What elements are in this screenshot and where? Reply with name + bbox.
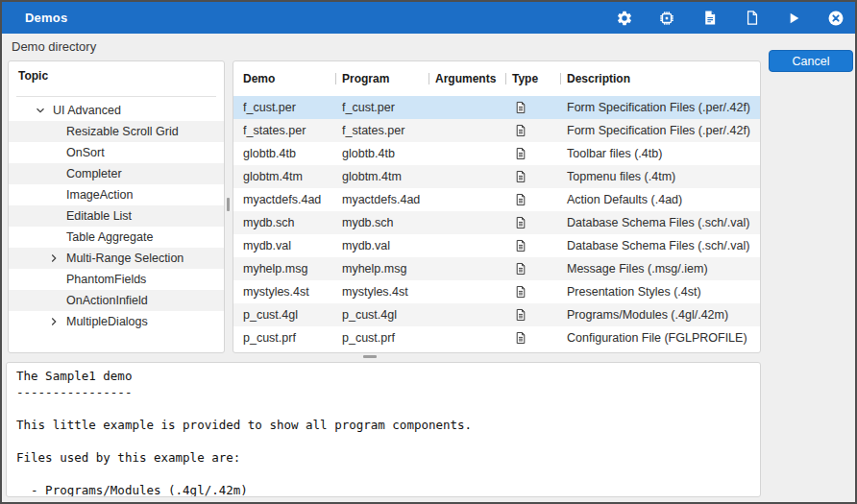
tree-item-table-aggregate[interactable]: Table Aggregate bbox=[9, 227, 224, 248]
file-text-icon bbox=[512, 124, 567, 137]
tree-item-editable-list[interactable]: Editable List bbox=[9, 205, 224, 227]
cell-program: p_cust.prf bbox=[342, 331, 435, 345]
file-blank-icon bbox=[744, 10, 760, 26]
tree-item-label: ImageAction bbox=[66, 188, 133, 202]
file-text-icon bbox=[512, 216, 567, 229]
file-text-icon bbox=[512, 331, 567, 345]
file-text-icon bbox=[701, 10, 718, 26]
tree-item-completer[interactable]: Completer bbox=[9, 163, 224, 184]
close-icon bbox=[826, 9, 845, 28]
cell-demo: p_cust.prf bbox=[243, 331, 342, 345]
tree-item-multipledialogs[interactable]: MultipleDialogs bbox=[9, 311, 224, 332]
tree-item-label: MultipleDialogs bbox=[66, 315, 148, 328]
table-row[interactable]: p_cust.prf p_cust.prf Configuration File… bbox=[233, 326, 760, 349]
cell-demo: mydb.val bbox=[243, 239, 342, 252]
chevron-right-icon[interactable] bbox=[47, 315, 61, 328]
cell-demo: globtb.4tb bbox=[243, 147, 342, 160]
table-row[interactable]: mydb.sch mydb.sch Database Schema Files … bbox=[233, 211, 760, 234]
tree-item-resizable-scroll-grid[interactable]: Resizable Scroll Grid bbox=[9, 121, 224, 142]
tree-item-label: Resizable Scroll Grid bbox=[66, 125, 179, 138]
demo-description-text: The Sample1 demo ---------------- This l… bbox=[7, 363, 760, 496]
tree-item-ui-advanced[interactable]: UI Advanced bbox=[9, 100, 224, 121]
tree-item-label: Editable List bbox=[66, 209, 132, 223]
tree-item-onactioninfield[interactable]: OnActionInfield bbox=[9, 290, 224, 311]
new-file-button[interactable] bbox=[742, 9, 761, 28]
debug-button[interactable] bbox=[657, 9, 676, 28]
cell-program: globtb.4tb bbox=[342, 147, 435, 160]
window-title: Demos bbox=[2, 11, 67, 25]
cell-description: Database Schema Files (.sch/.val) bbox=[567, 216, 760, 229]
cell-program: mydb.sch bbox=[342, 216, 435, 229]
column-header-demo[interactable]: Demo bbox=[243, 72, 342, 85]
tree-item-label: OnActionInfield bbox=[66, 294, 148, 307]
cell-program: f_states.per bbox=[342, 124, 435, 137]
file-text-icon bbox=[512, 239, 567, 252]
cell-demo: f_cust.per bbox=[243, 101, 342, 114]
tree-item-imageaction[interactable]: ImageAction bbox=[9, 184, 224, 205]
table-row[interactable]: globtm.4tm globtm.4tm Topmenu files (.4t… bbox=[233, 165, 760, 188]
cell-description: Configuration File (FGLPROFILE) bbox=[567, 331, 760, 345]
table-row[interactable]: p_cust.4gl p_cust.4gl Programs/Modules (… bbox=[233, 303, 760, 326]
tree-item-multi-range-selection[interactable]: Multi-Range Selection bbox=[9, 248, 224, 269]
topic-tree: UI Advanced Resizable Scroll Grid OnSort… bbox=[9, 100, 224, 332]
table-row[interactable]: myhelp.msg myhelp.msg Message Files (.ms… bbox=[233, 257, 760, 280]
file-text-icon bbox=[512, 170, 567, 183]
table-row[interactable]: f_cust.per f_cust.per Form Specification… bbox=[233, 96, 760, 119]
close-button[interactable] bbox=[826, 9, 845, 28]
tree-item-label: UI Advanced bbox=[53, 104, 121, 117]
details-panel[interactable]: The Sample1 demo ---------------- This l… bbox=[6, 362, 761, 497]
table-row[interactable]: f_states.per f_states.per Form Specifica… bbox=[233, 119, 760, 142]
cell-description: Form Specification Files (.per/.42f) bbox=[567, 101, 760, 114]
cell-demo: myhelp.msg bbox=[243, 262, 342, 276]
cell-demo: p_cust.4gl bbox=[243, 308, 342, 322]
tree-item-phantomfields[interactable]: PhantomFields bbox=[9, 269, 224, 290]
tree-item-onsort[interactable]: OnSort bbox=[9, 142, 224, 163]
cancel-button[interactable]: Cancel bbox=[769, 50, 853, 72]
table-header-row: Demo Program Arguments Type Description bbox=[233, 61, 760, 96]
table-row[interactable]: mystyles.4st mystyles.4st Presentation S… bbox=[233, 280, 760, 303]
cell-program: myhelp.msg bbox=[342, 262, 435, 276]
table-row[interactable]: mydb.val mydb.val Database Schema Files … bbox=[233, 234, 760, 257]
file-text-icon bbox=[512, 285, 567, 299]
column-header-arguments[interactable]: Arguments bbox=[435, 72, 512, 85]
file-text-icon bbox=[512, 147, 567, 160]
run-button[interactable] bbox=[784, 9, 803, 28]
page-title: Demo directory bbox=[12, 39, 96, 54]
horizontal-splitter-handle[interactable] bbox=[363, 355, 377, 358]
cell-description: Database Schema Files (.sch/.val) bbox=[567, 239, 760, 252]
column-header-description[interactable]: Description bbox=[567, 72, 760, 85]
cell-program: myactdefs.4ad bbox=[342, 193, 435, 206]
view-source-button[interactable] bbox=[699, 9, 719, 28]
tree-column-header[interactable]: Topic bbox=[9, 61, 224, 96]
cell-program: f_cust.per bbox=[342, 101, 435, 114]
file-text-icon bbox=[512, 193, 567, 206]
column-header-program[interactable]: Program bbox=[342, 72, 435, 85]
column-header-type[interactable]: Type bbox=[512, 72, 567, 85]
file-text-icon bbox=[512, 101, 567, 114]
file-text-icon bbox=[512, 308, 567, 322]
tree-item-label: Table Aggregate bbox=[66, 230, 153, 244]
cell-program: mydb.val bbox=[342, 239, 435, 252]
cell-description: Presentation Styles (.4st) bbox=[567, 285, 760, 299]
tree-item-label: PhantomFields bbox=[66, 273, 146, 286]
cell-description: Form Specification Files (.per/.42f) bbox=[567, 124, 760, 137]
cell-program: globtm.4tm bbox=[342, 170, 435, 183]
chevron-right-icon[interactable] bbox=[47, 252, 61, 265]
cell-demo: myactdefs.4ad bbox=[243, 193, 342, 206]
chevron-down-icon[interactable] bbox=[34, 104, 47, 117]
cell-demo: mydb.sch bbox=[243, 216, 342, 229]
vertical-splitter-handle[interactable] bbox=[227, 198, 230, 211]
cell-description: Toolbar files (.4tb) bbox=[567, 147, 760, 160]
table-row[interactable]: myactdefs.4ad myactdefs.4ad Action Defau… bbox=[233, 188, 760, 211]
titlebar: Demos bbox=[2, 2, 855, 34]
table-row[interactable]: globtb.4tb globtb.4tb Toolbar files (.4t… bbox=[233, 142, 760, 165]
tree-item-label: Multi-Range Selection bbox=[66, 252, 184, 265]
cell-demo: f_states.per bbox=[243, 124, 342, 137]
demos-window: Demos bbox=[0, 0, 857, 504]
demo-table-panel: Demo Program Arguments Type Description … bbox=[233, 60, 761, 353]
tree-header-divider bbox=[16, 96, 216, 97]
tree-item-label: OnSort bbox=[66, 146, 105, 159]
play-icon bbox=[786, 11, 801, 26]
cell-demo: globtm.4tm bbox=[243, 170, 342, 183]
settings-button[interactable] bbox=[615, 9, 634, 28]
